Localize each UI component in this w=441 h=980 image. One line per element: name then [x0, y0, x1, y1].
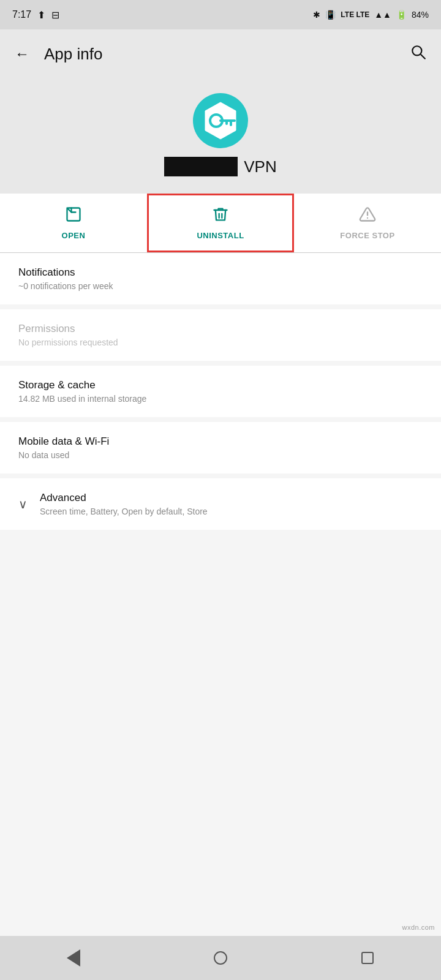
open-icon — [65, 206, 82, 227]
back-nav-button[interactable] — [58, 943, 89, 973]
status-bar: 7:17 ⬆ ⊟ ✱ 📳 LTE LTE ▲▲ 🔋 84% — [0, 0, 441, 29]
storage-subtitle: 14.82 MB used in internal storage — [18, 394, 423, 404]
battery-level: 84% — [412, 10, 429, 20]
open-label: OPEN — [62, 231, 86, 240]
mobile-data-title: Mobile data & Wi-Fi — [18, 435, 423, 448]
notifications-title: Notifications — [18, 266, 423, 279]
top-bar-left: ← App info — [15, 45, 102, 64]
notifications-subtitle: ~0 notifications per week — [18, 281, 423, 291]
battery-icon: 🔋 — [396, 10, 407, 20]
uninstall-button[interactable]: UNINSTALL — [147, 194, 294, 252]
back-triangle-icon — [67, 949, 80, 967]
mobile-data-subtitle: No data used — [18, 450, 423, 460]
notifications-item[interactable]: Notifications ~0 notifications per week — [0, 253, 441, 304]
storage-item[interactable]: Storage & cache 14.82 MB used in interna… — [0, 366, 441, 417]
status-left: 7:17 ⬆ ⊟ — [12, 9, 59, 21]
recents-nav-button[interactable] — [352, 943, 383, 973]
storage-title: Storage & cache — [18, 379, 423, 391]
advanced-item[interactable]: ∨ Advanced Screen time, Battery, Open by… — [0, 478, 441, 530]
permissions-item[interactable]: Permissions No permissions requested — [0, 309, 441, 361]
app-name-row: VPN — [164, 157, 276, 176]
signal-icon: ▲▲ — [374, 10, 391, 20]
app-name-redacted — [164, 157, 238, 176]
bluetooth-icon: ✱ — [313, 10, 320, 20]
page-title: App info — [44, 45, 102, 64]
vibrate-icon: 📳 — [325, 10, 336, 20]
recents-square-icon — [361, 952, 374, 964]
advanced-title: Advanced — [40, 492, 423, 504]
advanced-subtitle: Screen time, Battery, Open by default, S… — [40, 507, 423, 516]
content-list: Notifications ~0 notifications per week … — [0, 253, 441, 936]
uninstall-icon — [212, 206, 229, 227]
permissions-title: Permissions — [18, 323, 423, 335]
advanced-text: Advanced Screen time, Battery, Open by d… — [40, 492, 423, 516]
force-stop-button[interactable]: FORCE STOP — [294, 194, 441, 252]
force-stop-label: FORCE STOP — [340, 231, 394, 240]
back-button[interactable]: ← — [15, 45, 29, 62]
open-button[interactable]: OPEN — [0, 194, 147, 252]
app-name-suffix: VPN — [244, 157, 276, 176]
chevron-down-icon: ∨ — [18, 497, 28, 511]
svg-line-1 — [421, 55, 425, 59]
svg-point-0 — [412, 46, 421, 55]
permissions-subtitle: No permissions requested — [18, 337, 423, 347]
top-bar: ← App info — [0, 29, 441, 78]
mobile-data-item[interactable]: Mobile data & Wi-Fi No data used — [0, 422, 441, 473]
watermark: wxdn.com — [402, 924, 435, 931]
search-button[interactable] — [410, 44, 426, 64]
home-nav-button[interactable] — [205, 943, 236, 973]
upload-icon: ⬆ — [37, 9, 45, 21]
status-right: ✱ 📳 LTE LTE ▲▲ 🔋 84% — [313, 10, 429, 20]
warning-icon — [359, 206, 376, 227]
usb-icon: ⊟ — [51, 9, 59, 21]
lte-icon: LTE LTE — [341, 10, 369, 19]
status-time: 7:17 — [12, 9, 31, 20]
bottom-nav — [0, 936, 441, 980]
app-header: VPN — [0, 78, 441, 194]
uninstall-label: UNINSTALL — [197, 231, 244, 240]
home-circle-icon — [214, 951, 227, 965]
app-icon — [193, 93, 248, 148]
empty-space — [0, 535, 441, 936]
action-buttons-row: OPEN UNINSTALL FORCE STOP — [0, 194, 441, 253]
